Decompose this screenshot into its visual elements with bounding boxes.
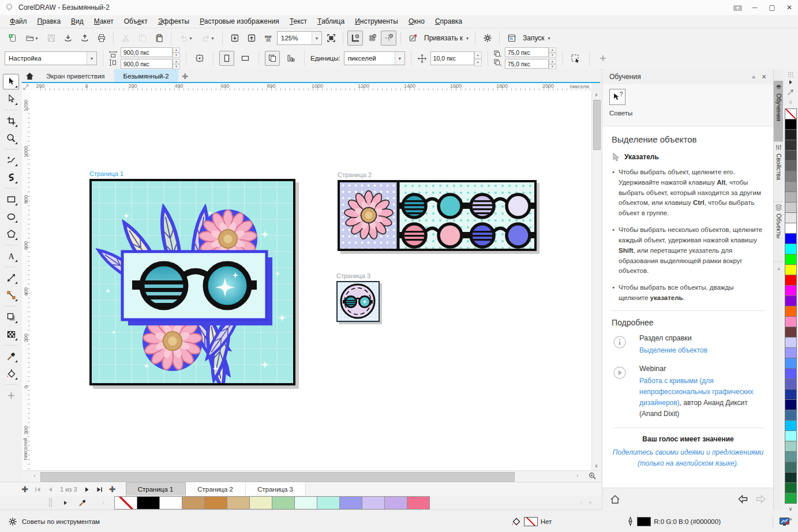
color-swatch[interactable] (339, 496, 362, 509)
snap-off-button[interactable] (405, 31, 421, 46)
menu-растровые-изображения[interactable]: Растровые изображения (194, 16, 284, 27)
page-width-field[interactable]: 900,0 пкс ▴▾ (121, 47, 180, 58)
guidelines-button[interactable] (381, 31, 396, 46)
zoom-level-combobox[interactable]: 125%▾ (277, 31, 322, 45)
palette-drag-handle[interactable] (788, 72, 793, 77)
menu-окно[interactable]: Окно (403, 16, 430, 27)
color-swatch[interactable] (785, 285, 797, 296)
fill-color-swatch[interactable] (524, 517, 538, 526)
chevron-down-icon[interactable]: ▾ (395, 52, 404, 65)
pdf-button[interactable]: PDF (260, 31, 276, 46)
color-swatch[interactable] (204, 496, 227, 509)
color-swatch[interactable] (785, 243, 797, 254)
menu-вид[interactable]: Вид (66, 16, 89, 27)
color-swatch[interactable] (785, 327, 797, 338)
scroll-left-icon[interactable]: ‹ (30, 471, 39, 480)
status-gear-icon[interactable] (8, 517, 17, 526)
color-swatch[interactable] (294, 496, 317, 509)
horizontal-scrollbar[interactable]: ‹ › (22, 470, 600, 483)
color-swatch[interactable] (785, 462, 797, 473)
document-tab[interactable]: Безымянный-2 (114, 69, 178, 83)
vertical-scroll-thumb[interactable] (593, 100, 601, 150)
color-swatch[interactable] (227, 496, 250, 509)
docker-forward-icon[interactable] (755, 494, 767, 504)
freehand-tool[interactable] (3, 152, 19, 168)
palette-flyout-icon[interactable] (61, 497, 70, 508)
ruler-origin-button[interactable] (22, 83, 31, 91)
palette-eyedropper-icon[interactable] (783, 87, 798, 97)
help-topic-link[interactable]: Выделение объектов (639, 346, 707, 354)
treat-as-filled-button[interactable] (568, 51, 583, 66)
next-page-button[interactable] (81, 483, 93, 496)
palette-expand-icon[interactable]: » (586, 497, 595, 508)
page-tab[interactable]: Страница 1 (126, 482, 186, 496)
menu-правка[interactable]: Правка (32, 16, 66, 27)
page3-artwork[interactable] (336, 281, 380, 322)
color-swatch[interactable] (785, 482, 797, 493)
color-swatch[interactable] (785, 472, 797, 483)
menu-инструменты[interactable]: Инструменты (350, 16, 403, 27)
color-swatch[interactable] (785, 358, 797, 369)
nudge-distance-field[interactable]: 10,0 пкс ▴▾ (430, 51, 482, 65)
color-swatch[interactable] (785, 119, 797, 130)
duplicate-x-field[interactable]: 75,0 пкс ▴▾ (505, 47, 556, 58)
document-tab[interactable]: Экран приветствия (37, 69, 114, 83)
capture-icon[interactable] (729, 0, 746, 15)
launch-dropdown[interactable]: Запуск▾ (520, 31, 553, 46)
color-swatch[interactable] (785, 223, 797, 234)
color-swatch[interactable] (785, 389, 797, 400)
color-swatch[interactable] (785, 275, 797, 286)
dimension-tool[interactable] (3, 270, 19, 286)
color-swatch[interactable] (785, 399, 797, 410)
scroll-down-icon[interactable]: ∨ (592, 462, 601, 470)
color-swatch[interactable] (272, 496, 295, 509)
customize-plus-button[interactable] (595, 51, 610, 66)
menu-макет[interactable]: Макет (89, 16, 119, 27)
landscape-orientation-button[interactable] (238, 51, 253, 66)
first-page-button[interactable] (31, 483, 44, 496)
rectangle-tool[interactable] (3, 192, 19, 207)
nudge-value[interactable]: 10,0 пкс (430, 51, 474, 65)
vertical-ruler[interactable]: 120010008006004002000200 пикселей (22, 91, 31, 470)
color-swatch[interactable] (785, 233, 797, 244)
import-button[interactable] (227, 31, 242, 46)
color-swatch[interactable] (785, 451, 797, 462)
docker-tab-properties[interactable]: Свойства (774, 141, 784, 202)
color-swatch[interactable] (785, 410, 797, 421)
color-swatch[interactable] (785, 316, 797, 327)
copy-button[interactable] (134, 31, 150, 46)
palette-drag-handle[interactable] (48, 498, 53, 507)
print-button[interactable] (93, 31, 109, 46)
page-tab[interactable]: Страница 3 (246, 482, 306, 496)
add-tool-tool[interactable] (3, 388, 19, 403)
fullscreen-button[interactable] (323, 31, 339, 46)
connector-tool[interactable] (3, 287, 19, 303)
nudge-stepper[interactable]: ▴▾ (474, 51, 482, 65)
menu-файл[interactable]: Файл (5, 16, 32, 27)
download-button[interactable] (60, 31, 76, 46)
palette-scroll-down-icon[interactable]: ∨ (783, 504, 798, 514)
outline-color-swatch[interactable] (637, 517, 651, 526)
duplicate-y-stepper[interactable]: ▴▾ (549, 59, 556, 69)
autofit-page-button[interactable] (192, 51, 207, 66)
artistic-media-tool[interactable] (3, 170, 19, 185)
page-height-value[interactable]: 900,0 пкс (121, 59, 173, 69)
cut-button[interactable] (118, 31, 133, 46)
palette-eyedropper-icon[interactable] (78, 497, 87, 508)
zoom-fit-icon[interactable] (588, 471, 597, 480)
grid-button[interactable] (364, 31, 380, 46)
drawing-canvas[interactable]: Страница 1 (30, 91, 591, 470)
smart-fill-tool[interactable] (3, 366, 19, 381)
menu-текст[interactable]: Текст (284, 16, 312, 27)
menu-объект[interactable]: Объект (119, 16, 153, 27)
color-swatch[interactable] (785, 192, 797, 203)
color-swatch[interactable] (384, 496, 407, 509)
export-button[interactable] (243, 31, 259, 46)
polygon-tool[interactable] (3, 226, 19, 242)
page-size-preset-combobox[interactable]: Настройка ▾ (5, 51, 97, 65)
maximize-button[interactable]: ▢ (763, 0, 781, 15)
hints-tool-icon[interactable]: ? (609, 89, 625, 105)
palette-scroll-up-icon[interactable]: ∧ (783, 97, 798, 107)
color-swatch[interactable] (785, 264, 797, 275)
docker-home-icon[interactable] (609, 494, 621, 505)
